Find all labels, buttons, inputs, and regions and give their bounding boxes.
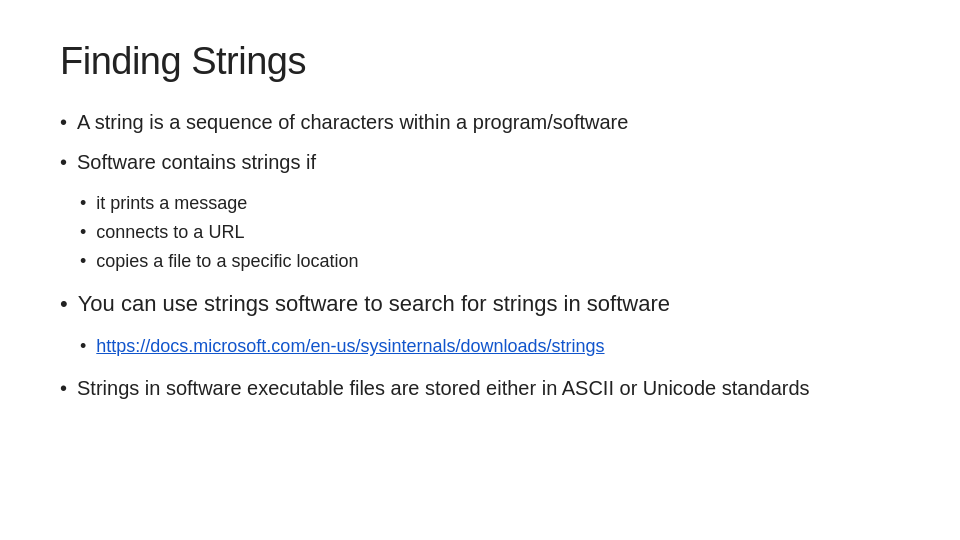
sub-bullet-text-1: it prints a message [96,189,247,218]
slide-content: • A string is a sequence of characters w… [60,107,900,407]
sub-bullet-dot-1: • [80,189,86,218]
bullet-item-2: • Software contains strings if [60,147,900,177]
bullet-text-2: Software contains strings if [77,147,316,177]
sub-bullets-3: • https://docs.microsoft.com/en-us/sysin… [80,332,900,361]
sub-bullet-item-3: • copies a file to a specific location [80,247,900,276]
bullet-dot-2: • [60,147,67,177]
bullet-dot-3: • [60,287,68,320]
bullet-dot-4: • [60,373,67,403]
sub-bullet-dot-2: • [80,218,86,247]
bullet-item-3: • You can use strings software to search… [60,287,900,320]
sub-bullet-item-2: • connects to a URL [80,218,900,247]
bullet-text-1: A string is a sequence of characters wit… [77,107,628,137]
sub-bullets-2: • it prints a message • connects to a UR… [80,189,900,275]
sub-bullet-dot-3: • [80,247,86,276]
microsoft-link[interactable]: https://docs.microsoft.com/en-us/sysinte… [96,332,604,361]
sub-bullet-text-3: copies a file to a specific location [96,247,358,276]
slide-title: Finding Strings [60,40,900,83]
bullet-item-1: • A string is a sequence of characters w… [60,107,900,137]
sub-bullet-dot-link: • [80,332,86,361]
bullet-item-4: • Strings in software executable files a… [60,373,900,403]
sub-bullet-item-link: • https://docs.microsoft.com/en-us/sysin… [80,332,900,361]
sub-bullet-text-2: connects to a URL [96,218,244,247]
bullet-dot-1: • [60,107,67,137]
bullet-text-3: You can use strings software to search f… [78,287,670,320]
slide: Finding Strings • A string is a sequence… [0,0,960,540]
bullet-text-4: Strings in software executable files are… [77,373,810,403]
sub-bullet-item-1: • it prints a message [80,189,900,218]
